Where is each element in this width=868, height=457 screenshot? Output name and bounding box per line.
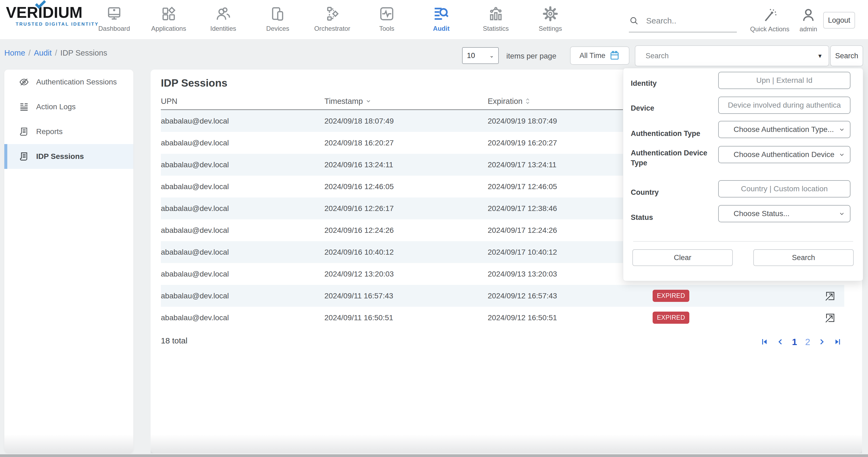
dashboard-icon xyxy=(106,5,123,22)
pagination: 1 2 xyxy=(761,335,842,348)
status-badge: EXPIRED xyxy=(653,312,689,324)
nav-item-settings[interactable]: Settings xyxy=(523,0,578,39)
table-row[interactable]: ababalau@dev.local 2024/09/11 16:57:43 2… xyxy=(161,285,844,307)
previous-page-icon[interactable] xyxy=(777,338,784,345)
magic-wand-icon xyxy=(762,7,778,23)
global-search xyxy=(629,10,737,32)
logout-button[interactable]: Logout xyxy=(823,12,855,29)
auth-device-type-select[interactable]: Choose Authentication Device xyxy=(718,146,850,163)
cell-upn: ababalau@dev.local xyxy=(161,204,324,213)
status-select[interactable]: Choose Status... xyxy=(718,205,850,222)
auth-type-select[interactable]: Choose Authentication Type... xyxy=(718,121,850,138)
cell-timestamp: 2024/09/16 10:40:12 xyxy=(324,248,488,257)
user-menu[interactable]: admin xyxy=(792,7,825,33)
nav-item-statistics[interactable]: Statistics xyxy=(469,0,523,39)
column-header-timestamp[interactable]: Timestamp xyxy=(324,97,488,106)
breadcrumb-current: IDP Sessions xyxy=(60,48,107,57)
nav-item-devices[interactable]: Devices xyxy=(250,0,305,39)
quick-actions[interactable]: Quick Actions xyxy=(745,7,794,33)
breadcrumb: Home/Audit/IDP Sessions xyxy=(4,48,107,58)
username-label: admin xyxy=(792,25,825,33)
app-header: VERIDIUM TRUSTED DIGITAL IDENTITY Dashbo… xyxy=(0,0,868,39)
table-search-input[interactable] xyxy=(646,52,818,60)
filter-dropdown-toggle-icon[interactable]: ▾ xyxy=(818,52,822,60)
global-search-input[interactable] xyxy=(646,16,727,25)
next-page-icon[interactable] xyxy=(818,338,825,345)
page-title: IDP Sessions xyxy=(161,77,227,89)
cell-upn: ababalau@dev.local xyxy=(161,161,324,169)
audit-icon xyxy=(433,5,450,22)
cell-upn: ababalau@dev.local xyxy=(161,248,324,257)
sidebar-item-idp-sessions[interactable]: IDP Sessions xyxy=(4,144,133,169)
cell-timestamp: 2024/09/16 13:24:11 xyxy=(324,161,488,169)
cell-timestamp: 2024/09/11 16:57:43 xyxy=(324,292,488,300)
device-label: Device xyxy=(631,103,714,113)
open-details-icon[interactable] xyxy=(824,290,836,302)
last-page-icon[interactable] xyxy=(833,338,842,346)
country-input[interactable] xyxy=(718,180,850,197)
sort-both-icon xyxy=(525,98,530,104)
page-number-1[interactable]: 1 xyxy=(792,337,797,347)
sidebar-item-action-logs[interactable]: Action Logs xyxy=(4,94,133,119)
identity-input[interactable] xyxy=(718,72,850,89)
eye-off-icon xyxy=(19,77,29,87)
items-per-page-label: items per page xyxy=(506,52,556,60)
sidebar-item-reports[interactable]: Reports xyxy=(4,119,133,144)
device-input[interactable] xyxy=(718,97,850,114)
settings-icon xyxy=(542,5,559,22)
page-number-2[interactable]: 2 xyxy=(805,337,810,347)
country-label: Country xyxy=(631,188,714,197)
auth-type-label: Authentication Type xyxy=(631,129,714,139)
statistics-icon xyxy=(488,5,504,22)
cell-timestamp: 2024/09/16 12:26:17 xyxy=(324,204,488,213)
identity-label: Identity xyxy=(631,78,714,89)
nav-item-orchestrator[interactable]: Orchestrator xyxy=(305,0,360,39)
cell-upn: ababalau@dev.local xyxy=(161,314,324,322)
chevron-down-icon xyxy=(839,151,845,158)
cell-upn: ababalau@dev.local xyxy=(161,117,324,125)
sort-desc-icon xyxy=(366,98,371,104)
chevron-down-icon xyxy=(839,126,845,133)
chevron-down-icon: ⌄ xyxy=(489,52,494,59)
logo-checkmark-icon xyxy=(34,0,47,9)
user-icon xyxy=(800,7,816,23)
search-button[interactable]: Search xyxy=(830,45,863,66)
filter-panel: Identity Device Authentication Type Choo… xyxy=(623,68,863,281)
filter-search-button[interactable]: Search xyxy=(753,249,854,266)
page-size-select[interactable]: 10 ⌄ xyxy=(462,47,499,64)
cell-upn: ababalau@dev.local xyxy=(161,292,324,300)
list-lines-icon xyxy=(19,102,29,112)
breadcrumb-audit[interactable]: Audit xyxy=(34,48,52,57)
nav-item-tools[interactable]: Tools xyxy=(360,0,414,39)
window-bottom-edge xyxy=(0,454,868,457)
tools-icon xyxy=(378,5,395,22)
auth-device-type-label: Authentication Device Type xyxy=(631,148,714,168)
time-filter-button[interactable]: All Time xyxy=(570,46,629,65)
cell-expiration: 2024/09/12 16:57:43 xyxy=(488,292,653,300)
logo-tagline: TRUSTED DIGITAL IDENTITY xyxy=(6,22,99,27)
search-icon xyxy=(629,15,639,26)
idp-sessions-document-icon xyxy=(19,151,29,162)
table-search: ▾ xyxy=(635,45,829,66)
quick-actions-label: Quick Actions xyxy=(745,25,794,33)
clear-button[interactable]: Clear xyxy=(632,249,733,266)
open-details-icon[interactable] xyxy=(824,312,836,324)
breadcrumb-home[interactable]: Home xyxy=(4,48,25,57)
chevron-down-icon xyxy=(839,210,845,217)
table-row[interactable]: ababalau@dev.local 2024/09/11 16:50:51 2… xyxy=(161,307,844,329)
cell-upn: ababalau@dev.local xyxy=(161,226,324,235)
cell-timestamp: 2024/09/18 18:07:49 xyxy=(324,117,488,125)
column-header-upn[interactable]: UPN xyxy=(161,97,324,106)
sidebar-item-authentication-sessions[interactable]: Authentication Sessions xyxy=(4,70,133,94)
applications-icon xyxy=(160,5,177,22)
first-page-icon[interactable] xyxy=(761,338,769,346)
total-count: 18 total xyxy=(161,336,187,345)
veridium-logo[interactable]: VERIDIUM TRUSTED DIGITAL IDENTITY xyxy=(6,4,99,27)
nav-item-dashboard[interactable]: Dashboard xyxy=(87,0,142,39)
cell-upn: ababalau@dev.local xyxy=(161,183,324,191)
nav-item-identities[interactable]: Identities xyxy=(196,0,250,39)
nav-item-applications[interactable]: Applications xyxy=(142,0,196,39)
cell-timestamp: 2024/09/18 16:20:27 xyxy=(324,139,488,147)
nav-item-audit[interactable]: Audit xyxy=(414,0,469,39)
identities-icon xyxy=(215,5,231,22)
